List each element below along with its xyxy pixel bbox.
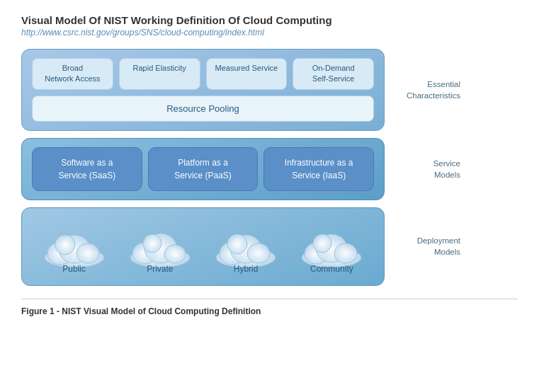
deployment-inner: Public: [32, 217, 374, 277]
service-saas: Software as aService (SaaS): [32, 147, 142, 191]
service-models-inner: Software as aService (SaaS) Platform as …: [32, 147, 374, 191]
char-rapid-elasticity: Rapid Elasticity: [119, 58, 200, 90]
svg-point-14: [227, 234, 247, 254]
svg-point-8: [164, 245, 186, 263]
service-row: Software as aService (SaaS) Platform as …: [21, 138, 460, 200]
char-measured-service: Measured Service: [206, 58, 288, 90]
characteristics-row: BroadNetwork Access Rapid Elasticity Mea…: [32, 58, 374, 90]
svg-point-4: [55, 235, 75, 255]
deployment-label: DeploymentModels: [393, 235, 460, 258]
page-url: http://www.csrc.nist.gov/groups/SNS/clou…: [21, 28, 518, 38]
service-paas: Platform as aService (PaaS): [148, 147, 259, 191]
cloud-private: Private: [120, 222, 199, 274]
cloud-hybrid: Hybrid: [207, 222, 285, 274]
cloud-public-label: Public: [62, 264, 86, 274]
cloud-community-label: Community: [310, 264, 353, 274]
cloud-public: Public: [35, 222, 113, 274]
svg-point-9: [143, 234, 161, 253]
cloud-hybrid-label: Hybrid: [234, 264, 259, 274]
essential-label: EssentialCharacteristics: [393, 79, 460, 101]
essential-row: BroadNetwork Access Rapid Elasticity Mea…: [21, 49, 460, 131]
cloud-private-icon: [120, 222, 199, 268]
char-on-demand: On-DemandSelf-Service: [293, 58, 374, 90]
page-title: Visual Model Of NIST Working Definition …: [21, 14, 518, 26]
resource-pooling-box: Resource Pooling: [32, 96, 374, 122]
service-section: Software as aService (SaaS) Platform as …: [21, 138, 385, 200]
cloud-private-label: Private: [147, 264, 173, 274]
svg-point-13: [247, 243, 270, 263]
cloud-hybrid-icon: [207, 222, 285, 268]
svg-point-3: [76, 243, 99, 263]
service-iaas: Infrastructure as aService (IaaS): [263, 147, 374, 191]
service-label: ServiceModels: [393, 158, 460, 180]
deployment-section: Public: [21, 207, 385, 286]
cloud-public-icon: [35, 222, 113, 268]
char-broad-network: BroadNetwork Access: [32, 58, 113, 90]
svg-point-18: [334, 243, 357, 263]
essential-section: BroadNetwork Access Rapid Elasticity Mea…: [21, 49, 385, 131]
cloud-community-icon: [293, 222, 371, 268]
figure-caption: Figure 1 - NIST Visual Model of Cloud Co…: [21, 299, 518, 316]
deployment-row: Public: [21, 207, 460, 286]
diagram-wrapper: BroadNetwork Access Rapid Elasticity Mea…: [21, 49, 460, 286]
svg-point-19: [313, 234, 331, 253]
cloud-community: Community: [293, 222, 371, 274]
